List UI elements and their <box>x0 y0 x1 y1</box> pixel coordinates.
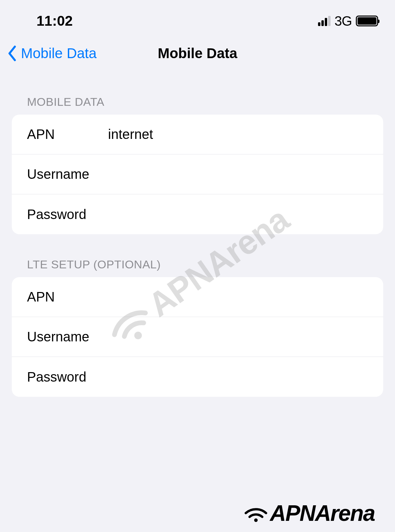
svg-point-1 <box>254 518 258 522</box>
label-password: Password <box>27 207 108 222</box>
battery-icon <box>356 16 378 26</box>
chevron-left-icon <box>7 45 17 62</box>
row-lte-username[interactable]: Username <box>12 317 383 357</box>
page-title: Mobile Data <box>158 45 237 62</box>
section-header-lte-setup: LTE SETUP (OPTIONAL) <box>0 234 395 277</box>
label-username: Username <box>27 329 108 344</box>
wifi-icon <box>242 503 269 523</box>
row-lte-apn[interactable]: APN <box>12 277 383 317</box>
brand-logo: APNArena <box>242 500 375 526</box>
row-mobile-data-username[interactable]: Username <box>12 154 383 194</box>
input-lte-username[interactable] <box>108 326 368 348</box>
back-button[interactable]: Mobile Data <box>7 45 97 62</box>
input-mobile-data-username[interactable] <box>108 163 368 185</box>
input-mobile-data-apn[interactable] <box>108 123 368 145</box>
status-bar: 11:02 3G <box>0 0 395 36</box>
label-password: Password <box>27 369 108 385</box>
section-header-mobile-data: MOBILE DATA <box>0 72 395 115</box>
input-lte-password[interactable] <box>108 366 368 388</box>
section-card-lte-setup: APN Username Password <box>12 277 383 397</box>
section-card-mobile-data: APN Username Password <box>12 115 383 234</box>
label-username: Username <box>27 167 108 182</box>
label-apn: APN <box>27 289 108 305</box>
cellular-signal-icon <box>318 16 331 26</box>
row-lte-password[interactable]: Password <box>12 357 383 397</box>
brand-text: APNArena <box>270 500 375 526</box>
label-apn: APN <box>27 127 108 142</box>
back-label: Mobile Data <box>21 45 97 62</box>
status-right: 3G <box>318 14 378 29</box>
nav-bar: Mobile Data Mobile Data <box>0 36 395 72</box>
input-mobile-data-password[interactable] <box>108 203 368 225</box>
row-mobile-data-apn[interactable]: APN <box>12 115 383 154</box>
row-mobile-data-password[interactable]: Password <box>12 194 383 234</box>
network-type: 3G <box>335 14 352 29</box>
status-time: 11:02 <box>36 13 73 29</box>
input-lte-apn[interactable] <box>108 286 368 308</box>
